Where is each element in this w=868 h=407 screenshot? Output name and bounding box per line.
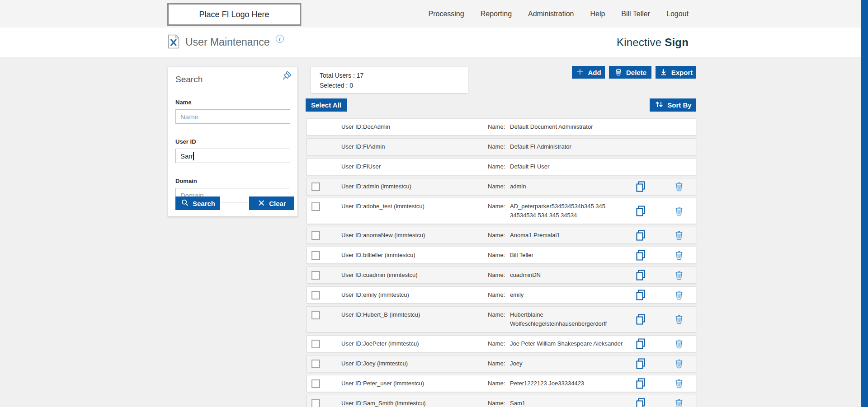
row-delete-icon[interactable] [673,289,685,301]
summary-box: Total Users : 17 Selected : 0 [311,67,468,93]
name-label: Name: [488,159,510,175]
select-all-label: Select All [311,101,341,109]
row-checkbox[interactable] [311,251,320,260]
row-delete-icon[interactable] [673,358,685,370]
copy-icon[interactable] [635,378,646,389]
sort-icon [654,100,664,110]
user-id-label: User ID: [341,356,363,372]
selected-count: Selected : 0 [320,80,468,90]
name-value: admin [510,178,631,195]
export-button-label: Export [671,69,693,76]
name-label: Name: [488,139,510,155]
search-panel-title: Search [175,75,290,84]
row-checkbox[interactable] [311,360,320,368]
vertical-scrollbar[interactable] [861,0,868,407]
copy-icon[interactable] [635,398,646,407]
list-toolbar: Add Delete Export [572,66,696,79]
search-button[interactable]: Search [175,196,220,210]
name-label: Name: [488,356,510,372]
nav-logout[interactable]: Logout [666,10,689,18]
fi-logo-text: Place FI Logo Here [199,10,269,19]
row-delete-icon[interactable] [673,249,685,261]
name-value: Peter1222123 Joe33334423 [510,375,631,392]
user-id-label: User ID: [341,178,363,195]
user-id-value: Peter_user (immtestcu) [363,375,488,392]
user-id-label: User ID: [341,247,363,263]
copy-icon[interactable] [635,229,646,241]
nav-help[interactable]: Help [590,10,605,18]
name-value: Joe Peter William Shakespeare Aleksander [510,336,631,352]
row-checkbox[interactable] [311,379,320,388]
user-maintenance-icon [168,34,179,51]
copy-icon[interactable] [635,269,646,281]
copy-icon[interactable] [635,181,646,192]
name-label: Name: [488,287,510,303]
row-checkbox[interactable] [311,399,320,407]
name-label: Name: [488,178,510,195]
row-checkbox[interactable] [311,271,320,280]
row-checkbox-cell [307,139,341,151]
user-id-field-label: User ID [175,138,290,145]
kinective-sign-logo: Kinective Sign [617,28,689,57]
copy-icon[interactable] [635,358,646,370]
copy-icon[interactable] [635,289,646,301]
user-id-label: User ID: [341,375,363,392]
row-delete-icon[interactable] [673,313,685,325]
export-button[interactable]: Export [656,66,696,79]
table-row: User ID: adobe_test (immtestcu) Name: AD… [307,198,696,224]
user-id-label: User ID: [341,267,363,283]
add-button[interactable]: Add [572,66,605,79]
row-delete-icon[interactable] [673,205,685,217]
delete-button[interactable]: Delete [609,66,651,79]
row-delete-icon[interactable] [673,181,685,192]
user-id-label: User ID: [341,159,363,175]
name-label: Name: [488,119,510,135]
row-checkbox[interactable] [311,311,320,319]
user-id-label: User ID: [341,395,363,407]
row-delete-icon[interactable] [673,378,685,389]
name-value: Sam1 [510,395,631,407]
search-button-label: Search [193,200,215,207]
row-delete-icon[interactable] [673,229,685,241]
nav-reporting[interactable]: Reporting [481,10,512,18]
brand-regular: Kinective [617,36,661,49]
nav-bill-teller[interactable]: Bill Teller [621,10,650,18]
user-id-value: adobe_test (immtestcu) [363,198,488,215]
row-checkbox[interactable] [311,202,320,211]
table-row: User ID: JoePeter (immtestcu) Name: Joe … [307,335,696,352]
nav-administration[interactable]: Administration [528,10,574,18]
row-checkbox[interactable] [311,231,320,240]
name-label: Name: [488,395,510,407]
row-checkbox[interactable] [311,182,320,191]
delete-button-label: Delete [626,69,646,76]
name-value: Joey [510,356,631,372]
user-id-label: User ID: [341,198,363,215]
info-icon[interactable]: i [276,35,284,43]
name-label: Name: [488,247,510,263]
row-checkbox[interactable] [311,291,320,299]
row-delete-icon[interactable] [673,338,685,350]
row-delete-icon[interactable] [673,269,685,281]
download-icon [659,67,668,78]
page-title: User Maintenance [185,36,270,48]
copy-icon[interactable] [635,205,646,217]
name-input[interactable] [175,109,290,124]
row-delete-icon[interactable] [673,398,685,407]
domain-field-label: Domain [175,178,290,184]
select-all-button[interactable]: Select All [306,98,347,112]
user-id-label: User ID: [341,119,363,135]
pin-icon[interactable] [279,71,293,84]
copy-icon[interactable] [635,313,646,325]
copy-icon[interactable] [635,249,646,261]
copy-icon[interactable] [635,338,646,350]
add-button-label: Add [588,69,601,76]
table-row: User ID: Sam_Smith (immtestcu) Name: Sam… [307,395,696,407]
row-checkbox-cell [307,227,341,240]
row-checkbox[interactable] [311,340,320,348]
sort-by-button[interactable]: Sort By [650,98,696,112]
name-value: AD_peterparker534534534b345 345 34534534… [510,198,631,224]
clear-button[interactable]: Clear [249,196,294,210]
row-checkbox-cell [307,247,341,260]
text-cursor [193,152,194,160]
nav-processing[interactable]: Processing [429,10,464,18]
